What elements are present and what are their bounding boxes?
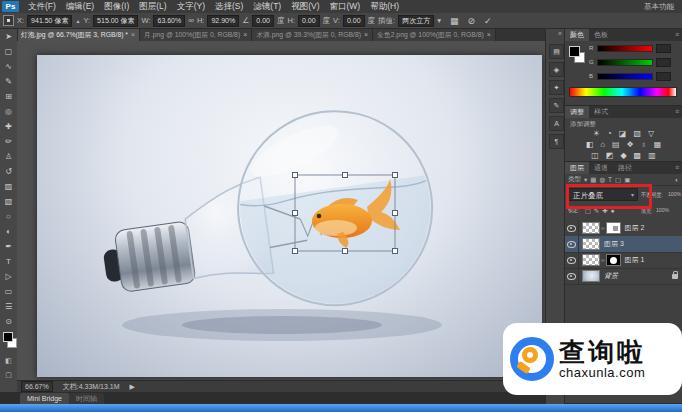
commit-transform-icon[interactable]: ✓ [484,16,492,26]
green-value-field[interactable] [656,58,671,67]
close-tab-icon[interactable]: × [131,29,135,41]
visibility-cell[interactable] [565,252,579,268]
doc-tab-jinyu[interactable]: 金鱼2.png @ 100%(图层 0, RGB/8) × [373,29,496,41]
shape-tool-icon[interactable]: ▭ [0,284,17,299]
photo-filter-adjustment-icon[interactable]: ❖ [627,140,634,150]
angle-value-field[interactable]: 0.00 [252,15,274,27]
close-tab-icon[interactable]: × [364,29,368,41]
height-value-field[interactable]: 92.90% [207,15,239,27]
link-dimensions-icon[interactable]: ∞ [188,15,194,27]
interpolation-caret-icon[interactable]: ▾ [437,16,441,25]
layer-name[interactable]: 图层 1 [625,255,645,265]
reference-point-icon[interactable] [3,15,14,26]
x-value-field[interactable]: 941.50 像素 [27,15,72,27]
layer-row-3-selected[interactable]: 图层 3 [565,236,682,253]
character-panel-icon[interactable]: A [549,116,564,131]
menu-window[interactable]: 窗口(W) [325,0,366,13]
tab-styles[interactable]: 样式 [589,106,613,118]
panel-menu-icon[interactable]: ≡ [675,106,682,118]
doc-tab-shuidi[interactable]: 水滴.png @ 39.3%(图层 0, RGB/8) × [252,29,373,41]
tab-color[interactable]: 颜色 [565,29,589,41]
healing-brush-tool-icon[interactable]: ✚ [0,119,17,134]
close-tab-icon[interactable]: × [487,29,491,41]
brush-presets-panel-icon[interactable]: ✦ [549,80,564,95]
curves-adjustment-icon[interactable]: ◪ [619,129,627,139]
path-selection-tool-icon[interactable]: ▷ [0,269,17,284]
panel-menu-icon[interactable]: ≡ [675,162,682,174]
transform-handle[interactable] [293,211,298,216]
v-skew-field[interactable]: 0.00 [343,15,365,27]
tab-layers[interactable]: 图层 [565,162,589,174]
clone-stamp-tool-icon[interactable]: ♙ [0,149,17,164]
lock-position-icon[interactable]: ✚ [602,207,607,215]
h-skew-field[interactable]: 0.00 [298,15,320,27]
opacity-value[interactable]: 100% [668,191,681,200]
exposure-adjustment-icon[interactable]: ▧ [633,129,641,139]
tab-timeline[interactable]: 时间轴 [69,393,104,404]
eraser-tool-icon[interactable]: ▨ [0,179,17,194]
hue-saturation-adjustment-icon[interactable]: ◧ [586,140,594,150]
marquee-tool-icon[interactable]: ▢ [0,44,17,59]
menu-type[interactable]: 文字(Y) [172,0,210,13]
eyedropper-tool-icon[interactable]: ◎ [0,104,17,119]
history-brush-tool-icon[interactable]: ↺ [0,164,17,179]
gradient-tool-icon[interactable]: ▧ [0,194,17,209]
transform-handle[interactable] [393,173,398,178]
layer-name[interactable]: 背景 [604,271,618,281]
zoom-tool-icon[interactable]: ⊙ [0,314,17,329]
black-white-adjustment-icon[interactable]: ▤ [612,140,620,150]
interpolation-dropdown[interactable]: 两次立方 [398,15,434,27]
filter-caret-icon[interactable]: ▾ [584,176,587,184]
lock-pixels-icon[interactable]: ✎ [594,207,599,215]
status-arrow-icon[interactable]: ▶ [130,383,135,391]
doc-tab-yue[interactable]: 月.png @ 100%(图层 0, RGB/8) × [140,29,252,41]
foreground-color-chip[interactable] [569,46,580,57]
blue-slider[interactable] [597,73,653,80]
switch-transform-mode-icon[interactable]: ▦ [450,16,459,26]
panel-menu-icon[interactable]: ≡ [675,29,682,41]
collapse-panels-icon[interactable]: « [558,30,562,37]
tab-swatches[interactable]: 色板 [589,29,613,41]
filter-pixel-layers-icon[interactable]: ▦ [590,176,596,184]
transform-handle[interactable] [293,249,298,254]
layer-name[interactable]: 图层 2 [625,223,645,233]
quick-mask-icon[interactable]: ◧ [0,355,17,367]
filter-type-dropdown[interactable]: 类型 [568,175,581,184]
color-spectrum-bar[interactable] [569,87,677,97]
filter-type-layers-icon[interactable]: T [608,176,612,183]
layer-mask-thumbnail[interactable] [606,254,621,266]
opacity-control[interactable]: 不透明度: 100% [641,191,682,200]
layer-thumbnail[interactable] [582,222,600,234]
red-value-field[interactable] [656,44,671,53]
green-slider[interactable] [597,59,653,66]
menu-edit[interactable]: 编辑(E) [61,0,99,13]
filter-shape-layers-icon[interactable]: ▢ [615,176,621,184]
foreground-color-swatch[interactable] [3,332,13,342]
lock-all-icon[interactable]: ● [611,207,615,214]
cancel-transform-icon[interactable]: ⊘ [467,16,475,26]
layer-thumbnail[interactable] [582,270,600,282]
blur-tool-icon[interactable]: ○ [0,209,17,224]
brush-tool-icon[interactable]: ✏ [0,134,17,149]
red-slider[interactable] [597,45,653,52]
menu-help[interactable]: 帮助(H) [365,0,404,13]
vibrance-adjustment-icon[interactable]: ▽ [648,129,654,139]
menu-image[interactable]: 图像(I) [99,0,134,13]
visibility-cell[interactable] [565,220,579,236]
brush-panel-icon[interactable]: ✎ [549,98,564,113]
layer-thumbnail[interactable] [582,238,600,250]
menu-filter[interactable]: 滤镜(T) [248,0,286,13]
layer-row-2[interactable]: ∞ 图层 2 [565,220,682,237]
quick-selection-tool-icon[interactable]: ✎ [0,74,17,89]
channel-mixer-adjustment-icon[interactable]: ♁ [641,140,647,150]
threshold-adjustment-icon[interactable]: ◆ [620,151,626,161]
lock-transparency-icon[interactable]: ▢ [585,207,591,215]
dodge-tool-icon[interactable]: ◐ [0,224,17,239]
transform-handle[interactable] [293,173,298,178]
menu-view[interactable]: 视图(V) [286,0,324,13]
transform-handle[interactable] [343,173,348,178]
invert-adjustment-icon[interactable]: ◫ [591,151,599,161]
menu-select[interactable]: 选择(S) [210,0,248,13]
layer-row-1[interactable]: ∞ 图层 1 [565,252,682,269]
doc-tab-dengpao[interactable]: 灯泡.jpg @ 66.7%(图层 3, RGB/8) * × [17,29,140,41]
